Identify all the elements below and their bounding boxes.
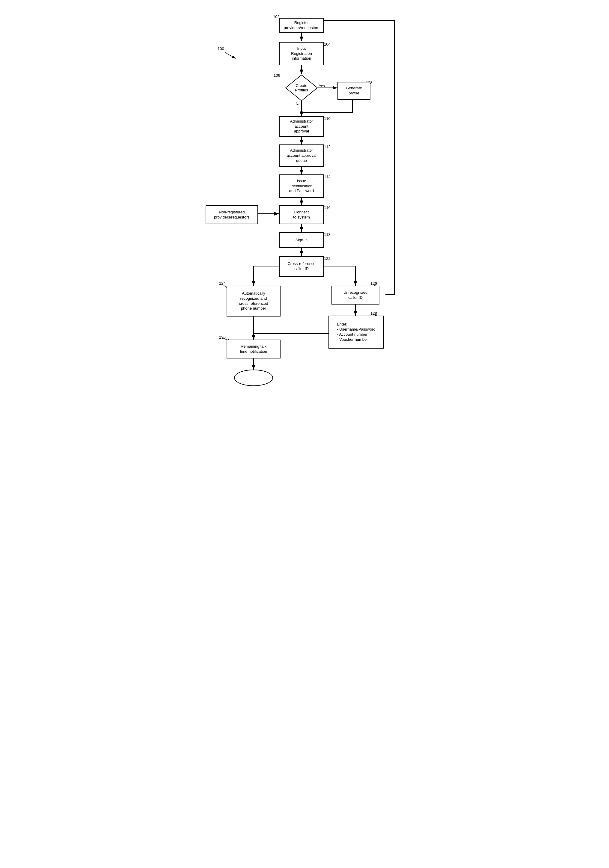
label-102: 102 [273, 14, 280, 19]
box-130: Remaining talk time notification [226, 339, 280, 358]
box-126: Unrecognized caller ID [332, 286, 380, 305]
diagram-label-100: 100 [218, 46, 224, 51]
yes-label: Yes [319, 84, 325, 88]
box-118: Sign-in [279, 232, 324, 248]
box-114: Issue Identification and Password [279, 174, 324, 198]
svg-marker-15 [286, 75, 318, 101]
label-104: 104 [324, 42, 330, 46]
box-108: Generate profile [338, 82, 370, 100]
box-122: Cross-reference caller ID [279, 256, 324, 277]
label-130: 130 [219, 335, 226, 339]
box-128: Enter: - Username/Password - Account num… [329, 316, 384, 349]
box-112: Administrator account approval queue [279, 144, 324, 167]
box-120: Non-registered providers/requestors [206, 205, 258, 224]
flowchart-container: 100 102 Register providers/requestors 10… [200, 6, 409, 426]
box-110: Administrator account approval [279, 116, 324, 137]
label-110: 110 [324, 116, 330, 121]
label-122: 122 [324, 256, 330, 261]
diamond-106: Create Profiles [285, 74, 318, 101]
box-124: Automatically recognized and cross refer… [226, 286, 280, 316]
label-114: 114 [324, 174, 330, 179]
label-126: 126 [370, 281, 377, 286]
label-106: 106 [274, 73, 280, 78]
label-128: 128 [370, 311, 377, 316]
box-102: Register providers/requestors [279, 18, 324, 33]
box-104: Input Registration information [279, 42, 324, 65]
label-118: 118 [324, 232, 330, 237]
label-116: 116 [324, 205, 330, 210]
label-112: 112 [324, 144, 330, 149]
box-116: Connect to system [279, 205, 324, 224]
label-124: 124 [219, 281, 226, 286]
svg-line-14 [225, 53, 236, 59]
no-label: No [296, 102, 300, 106]
oval-end [234, 370, 273, 386]
